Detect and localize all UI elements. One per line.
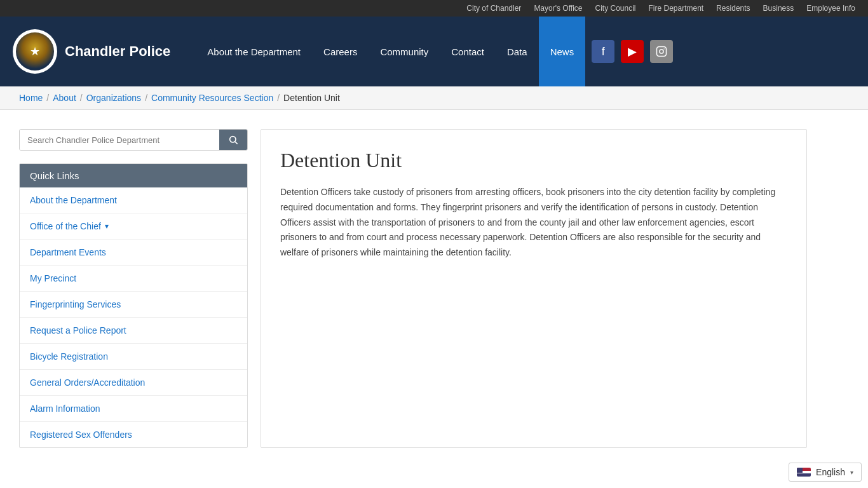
topbar-fire-department[interactable]: Fire Department: [649, 4, 704, 13]
quick-link-bicycle-reg[interactable]: Bicycle Registration: [20, 344, 247, 370]
breadcrumb-community-resources[interactable]: Community Resources Section: [151, 93, 273, 103]
breadcrumb-sep-4: /: [277, 93, 280, 103]
topbar-business[interactable]: Business: [763, 4, 794, 13]
svg-rect-0: [657, 47, 667, 57]
breadcrumb-organizations[interactable]: Organizations: [86, 93, 141, 103]
content-area: Detention Unit Detention Officers take c…: [261, 129, 807, 448]
svg-point-3: [230, 137, 236, 142]
main-content: Quick Links About the Department Office …: [0, 110, 826, 467]
breadcrumb-about[interactable]: About: [53, 93, 76, 103]
youtube-icon[interactable]: ▶: [621, 40, 644, 63]
quick-links-section: Quick Links About the Department Office …: [19, 163, 248, 448]
content-body: Detention Officers take custody of priso…: [280, 185, 787, 261]
main-nav: About the Department Careers Community C…: [196, 17, 855, 86]
nav-careers[interactable]: Careers: [312, 17, 369, 86]
search-box: [19, 129, 248, 151]
nav-news[interactable]: News: [539, 17, 586, 86]
quick-link-about-dept[interactable]: About the Department: [20, 187, 247, 214]
site-logo[interactable]: Chandler Police: [13, 29, 170, 74]
nav-community[interactable]: Community: [369, 17, 440, 86]
nav-contact[interactable]: Contact: [440, 17, 496, 86]
quick-links-header: Quick Links: [20, 164, 247, 187]
topbar-residents[interactable]: Residents: [716, 4, 750, 13]
page-title: Detention Unit: [280, 149, 787, 172]
breadcrumb-sep-2: /: [80, 93, 83, 103]
social-icons: f ▶: [592, 40, 673, 63]
topbar-city-of-chandler[interactable]: City of Chandler: [466, 4, 521, 13]
quick-link-my-precinct[interactable]: My Precinct: [20, 266, 247, 292]
language-selector[interactable]: English ▾: [789, 463, 862, 467]
breadcrumb-current: Detention Unit: [283, 93, 340, 103]
search-input[interactable]: [20, 130, 219, 150]
svg-point-2: [664, 48, 665, 50]
site-title: Chandler Police: [65, 43, 170, 60]
topbar-mayors-office[interactable]: Mayor's Office: [534, 4, 582, 13]
top-bar: City of Chandler Mayor's Office City Cou…: [0, 0, 868, 17]
svg-point-1: [660, 50, 663, 53]
topbar-city-council[interactable]: City Council: [595, 4, 635, 13]
site-header: Chandler Police About the Department Car…: [0, 17, 868, 86]
breadcrumb-sep-1: /: [46, 93, 49, 103]
topbar-employee-info[interactable]: Employee Info: [806, 4, 855, 13]
quick-link-dept-events[interactable]: Department Events: [20, 240, 247, 266]
facebook-icon[interactable]: f: [592, 40, 614, 63]
search-button[interactable]: [219, 130, 247, 150]
quick-link-office-chief[interactable]: Office of the Chief ▾: [20, 214, 247, 240]
instagram-icon[interactable]: [650, 40, 673, 63]
breadcrumb-sep-3: /: [145, 93, 147, 103]
breadcrumb: Home / About / Organizations / Community…: [19, 93, 849, 103]
breadcrumb-bar: Home / About / Organizations / Community…: [0, 86, 868, 110]
quick-link-sex-offenders[interactable]: Registered Sex Offenders: [20, 422, 247, 447]
breadcrumb-home[interactable]: Home: [19, 93, 43, 103]
nav-data[interactable]: Data: [496, 17, 539, 86]
quick-link-fingerprinting[interactable]: Fingerprinting Services: [20, 292, 247, 318]
quick-link-police-report[interactable]: Request a Police Report: [20, 318, 247, 344]
quick-link-alarm-info[interactable]: Alarm Information: [20, 396, 247, 422]
svg-line-4: [235, 142, 238, 144]
dropdown-arrow: ▾: [105, 222, 109, 231]
quick-link-general-orders[interactable]: General Orders/Accreditation: [20, 370, 247, 396]
logo-image: [13, 29, 57, 74]
sidebar: Quick Links About the Department Office …: [19, 129, 248, 448]
nav-about-dept[interactable]: About the Department: [196, 17, 312, 86]
